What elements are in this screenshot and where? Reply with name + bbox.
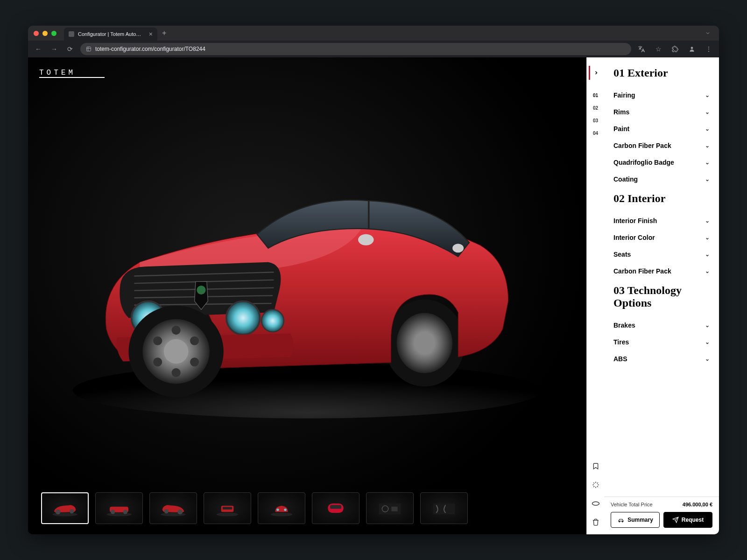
- profile-icon[interactable]: [686, 43, 698, 55]
- thumbnail-view-2[interactable]: [95, 492, 143, 524]
- chevron-down-icon: ⌄: [705, 339, 710, 345]
- svg-point-5: [415, 332, 435, 355]
- car-3d-stage[interactable]: [28, 57, 586, 484]
- thumbnail-view-6[interactable]: [312, 492, 359, 524]
- minimize-window-button[interactable]: [42, 31, 48, 36]
- option-rims[interactable]: Rims⌄: [613, 104, 710, 120]
- new-tab-button[interactable]: +: [162, 29, 166, 37]
- rail-step-01[interactable]: 01: [593, 93, 598, 98]
- option-quadrifoglio[interactable]: Quadrifoglio Badge⌄: [613, 154, 710, 171]
- config-scroll-area[interactable]: 01 Exterior Fairing⌄ Rims⌄ Paint⌄ Carbon…: [604, 57, 719, 497]
- option-brakes[interactable]: Brakes⌄: [613, 317, 710, 334]
- view-thumbnails: [28, 484, 586, 534]
- config-footer: Vehicle Total Price 496.000,00 € Summary…: [604, 497, 719, 534]
- svg-point-41: [217, 512, 239, 516]
- chevron-down-icon: ⌄: [705, 251, 710, 258]
- chevron-down-icon: ⌄: [705, 356, 710, 362]
- svg-rect-43: [223, 507, 232, 509]
- svg-line-60: [597, 483, 598, 483]
- app-viewport: TOTEM: [28, 57, 719, 534]
- option-interior-color[interactable]: Interior Color⌄: [613, 229, 710, 246]
- address-bar[interactable]: totem-configurator.com/configurator/TO82…: [80, 43, 631, 55]
- delete-tool-icon[interactable]: [590, 517, 601, 528]
- svg-rect-51: [391, 507, 397, 511]
- thumbnail-view-5[interactable]: [258, 492, 305, 524]
- option-interior-finish[interactable]: Interior Finish⌄: [613, 212, 710, 229]
- browser-window: Configurator | Totem Automo… × + ← → ⟳ t…: [28, 26, 719, 534]
- svg-point-29: [153, 358, 162, 367]
- option-abs[interactable]: ABS⌄: [613, 350, 710, 367]
- option-paint[interactable]: Paint⌄: [613, 120, 710, 137]
- window-controls: [34, 31, 56, 36]
- request-button[interactable]: Request: [663, 512, 712, 528]
- svg-point-25: [171, 326, 180, 335]
- option-label: Tires: [613, 338, 629, 346]
- price-value: 496.000,00 €: [683, 502, 712, 507]
- footer-buttons: Summary Request: [611, 512, 712, 528]
- translate-icon[interactable]: [636, 43, 647, 55]
- thumbnail-view-4[interactable]: [204, 492, 251, 524]
- svg-point-32: [56, 510, 61, 515]
- car-render-icon: [56, 100, 558, 441]
- svg-point-39: [177, 510, 183, 515]
- section-title-exterior: 01 Exterior: [613, 67, 710, 79]
- option-fairing[interactable]: Fairing⌄: [613, 87, 710, 104]
- svg-point-26: [190, 336, 199, 345]
- chevron-down-icon: ⌄: [705, 322, 710, 329]
- option-label: Interior Finish: [613, 217, 657, 224]
- close-window-button[interactable]: [34, 31, 39, 36]
- tab-title: Configurator | Totem Automo…: [78, 31, 145, 37]
- loading-tool-icon[interactable]: [590, 479, 601, 490]
- thumbnail-view-3[interactable]: [149, 492, 197, 524]
- svg-point-36: [111, 510, 115, 514]
- option-coating[interactable]: Coating⌄: [613, 171, 710, 188]
- thumbnail-view-1[interactable]: [41, 492, 89, 524]
- chevron-down-icon: ⌄: [705, 176, 710, 182]
- summary-button[interactable]: Summary: [611, 512, 660, 528]
- browser-menu-icon[interactable]: ⋮: [703, 43, 714, 55]
- brand-logo[interactable]: TOTEM: [39, 69, 105, 78]
- svg-point-13: [197, 286, 205, 294]
- rail-step-04[interactable]: 04: [593, 131, 598, 136]
- collapse-panel-button[interactable]: [589, 66, 603, 80]
- browser-address-row: ← → ⟳ totem-configurator.com/configurato…: [28, 41, 719, 57]
- extensions-icon[interactable]: [669, 43, 681, 55]
- rail-step-02[interactable]: 02: [593, 105, 598, 111]
- svg-point-44: [271, 512, 293, 516]
- price-label: Vehicle Total Price: [611, 502, 653, 507]
- svg-point-45: [276, 509, 279, 511]
- reload-button[interactable]: ⟳: [64, 43, 76, 55]
- close-tab-icon[interactable]: ×: [149, 30, 153, 38]
- svg-point-7: [452, 244, 464, 253]
- bookmark-star-icon[interactable]: ☆: [653, 43, 664, 55]
- option-tires[interactable]: Tires⌄: [613, 334, 710, 350]
- forward-button[interactable]: →: [49, 43, 60, 55]
- rotate-tool-icon[interactable]: [590, 498, 601, 509]
- thumbnail-view-8[interactable]: [420, 492, 468, 524]
- maximize-window-button[interactable]: [51, 31, 56, 36]
- chevron-down-icon: ⌄: [705, 142, 710, 149]
- option-label: ABS: [613, 355, 627, 363]
- chevron-down-icon: ⌄: [705, 234, 710, 241]
- option-label: Carbon Fiber Pack: [613, 267, 671, 275]
- option-label: Rims: [613, 108, 629, 116]
- svg-rect-48: [330, 505, 341, 509]
- option-seats[interactable]: Seats⌄: [613, 246, 710, 263]
- chevron-down-icon: ⌄: [705, 92, 710, 98]
- rail-step-03[interactable]: 03: [593, 118, 598, 123]
- price-row: Vehicle Total Price 496.000,00 €: [611, 502, 712, 507]
- option-carbon-ext[interactable]: Carbon Fiber Pack⌄: [613, 137, 710, 154]
- option-label: Seats: [613, 251, 631, 258]
- browser-minimize-icon[interactable]: [702, 28, 713, 39]
- thumbnail-view-7[interactable]: [366, 492, 414, 524]
- svg-rect-0: [87, 47, 91, 51]
- back-button[interactable]: ←: [33, 43, 44, 55]
- option-label: Quadrifoglio Badge: [613, 159, 674, 166]
- option-carbon-int[interactable]: Carbon Fiber Pack⌄: [613, 263, 710, 280]
- browser-tab[interactable]: Configurator | Totem Automo… ×: [64, 28, 157, 41]
- chevron-down-icon: ⌄: [705, 217, 710, 224]
- svg-point-33: [70, 509, 74, 513]
- config-rail: 01 02 03 04: [586, 57, 604, 534]
- bookmark-tool-icon[interactable]: [590, 461, 601, 472]
- option-label: Paint: [613, 125, 629, 133]
